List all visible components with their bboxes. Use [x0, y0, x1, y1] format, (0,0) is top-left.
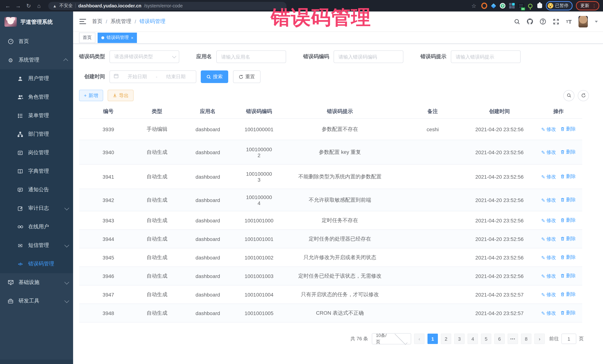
reload-icon[interactable]: ↻	[24, 0, 33, 11]
page-ellipsis[interactable]: ●●●	[508, 334, 518, 344]
next-page-button[interactable]: ›	[534, 334, 545, 344]
page-size-select[interactable]: 10条/页	[372, 333, 411, 344]
tag-home[interactable]: 首页	[79, 33, 95, 43]
paused-badge[interactable]: 已暂停	[546, 1, 573, 10]
tampermonkey-icon[interactable]: on	[518, 3, 524, 9]
sidebar-item-dict-management[interactable]: 字典管理	[0, 162, 73, 180]
extension-icon-blue-gem[interactable]	[491, 3, 497, 9]
extension-icon-orange-ring[interactable]	[481, 3, 487, 9]
delete-link[interactable]: 删除	[560, 173, 576, 180]
edit-link[interactable]: ✎修改	[541, 174, 556, 180]
sidebar-item-user-management[interactable]: 用户管理	[0, 69, 73, 88]
browser-menu-icon[interactable]: ⋮	[592, 4, 596, 8]
sidebar-item-menu-management[interactable]: 菜单管理	[0, 106, 73, 125]
delete-link[interactable]: 删除	[560, 235, 576, 242]
browser-update-button[interactable]: 更新 ⋮	[576, 1, 599, 10]
edit-link[interactable]: ✎修改	[541, 273, 556, 280]
sidebar-item-home[interactable]: 首页	[0, 32, 73, 51]
sidebar-item-dev-tools[interactable]: 研发工具	[0, 292, 73, 310]
cell-hint: 参数配置 key 重复	[279, 140, 401, 164]
prev-page-button[interactable]: ‹	[414, 334, 425, 344]
home-icon[interactable]: ⌂	[35, 0, 43, 11]
page-button-1[interactable]: 1	[428, 334, 438, 344]
extension-icon-key[interactable]	[527, 3, 533, 9]
page-button-2[interactable]: 2	[441, 334, 451, 344]
cell-code: 1001001002	[239, 248, 279, 267]
delete-link[interactable]: 删除	[560, 217, 576, 223]
vue-devtools-icon[interactable]: V	[500, 3, 505, 9]
cell-time: 2021-04-20 23:52:56	[464, 211, 535, 230]
sidebar-item-error-code-management[interactable]: </>错误码管理	[0, 255, 73, 273]
sidebar-item-label: 角色管理	[28, 94, 49, 100]
app-logo-row[interactable]: 芋道管理系统	[0, 11, 73, 32]
sidebar-item-label: 短信管理	[28, 242, 49, 249]
header-app: 应用名	[176, 105, 239, 118]
delete-link[interactable]: 删除	[560, 126, 576, 132]
breadcrumb-home[interactable]: 首页	[92, 18, 103, 25]
edit-link[interactable]: ✎修改	[541, 254, 556, 261]
sidebar-item-post-management[interactable]: 岗位管理	[0, 143, 73, 162]
sidebar-item-audit-log[interactable]: 审计日志	[0, 199, 73, 218]
error-hint-input[interactable]	[451, 50, 521, 63]
hamburger-icon[interactable]	[79, 19, 86, 24]
bookmark-star-icon[interactable]: ☆	[470, 0, 478, 11]
delete-link[interactable]: 删除	[560, 254, 576, 261]
date-range-picker[interactable]: 开始日期 - 结束日期	[109, 70, 196, 83]
cell-hint: CRON 表达式不正确	[279, 304, 401, 322]
edit-link[interactable]: ✎修改	[541, 310, 556, 317]
close-icon[interactable]: ×	[131, 35, 133, 40]
page-button-5[interactable]: 5	[481, 334, 491, 344]
address-bar[interactable]: ▲ 不安全 dashboard.yudao.iocoder.cn/system/…	[48, 2, 287, 10]
error-type-select[interactable]: 请选择错误码类型	[109, 50, 179, 63]
edit-link[interactable]: ✎修改	[541, 236, 556, 243]
delete-link[interactable]: 删除	[560, 272, 576, 279]
edit-link[interactable]: ✎修改	[541, 217, 556, 224]
error-code-input[interactable]	[334, 50, 403, 63]
refresh-button[interactable]	[578, 90, 589, 101]
page-button-4[interactable]: 4	[468, 334, 478, 344]
delete-link[interactable]: 删除	[560, 197, 576, 203]
user-avatar[interactable]	[579, 16, 588, 27]
page-button-3[interactable]: 3	[454, 334, 464, 344]
delete-link[interactable]: 删除	[560, 291, 576, 298]
page-button-8[interactable]: 8	[521, 334, 531, 344]
chevron-down-icon[interactable]	[595, 21, 598, 22]
extensions-puzzle-icon[interactable]	[537, 3, 543, 9]
edit-link[interactable]: ✎修改	[541, 149, 556, 156]
reset-button[interactable]: 重置	[233, 70, 260, 83]
delete-link[interactable]: 删除	[560, 309, 576, 316]
github-icon[interactable]	[527, 18, 533, 25]
delete-link[interactable]: 删除	[560, 149, 576, 155]
edit-link[interactable]: ✎修改	[541, 126, 556, 133]
goto-page-input[interactable]	[561, 334, 576, 344]
help-icon[interactable]	[540, 18, 546, 25]
dashboard-icon	[7, 38, 14, 45]
page-button-6[interactable]: 6	[494, 334, 505, 344]
font-size-icon[interactable]: TT	[566, 18, 572, 25]
back-icon[interactable]: ←	[4, 0, 12, 11]
breadcrumb-current: 错误码管理	[139, 18, 165, 25]
fullscreen-icon[interactable]	[553, 18, 559, 25]
sidebar-item-notice[interactable]: 通知公告	[0, 180, 73, 199]
tag-error-code[interactable]: 错误码管理 ×	[98, 33, 137, 43]
edit-link[interactable]: ✎修改	[541, 292, 556, 298]
sidebar-item-infrastructure[interactable]: 基础设施	[0, 273, 73, 292]
add-button[interactable]: + 新增	[79, 90, 103, 101]
search-button[interactable]: 搜索	[201, 70, 228, 83]
sidebar-item-dept-management[interactable]: 部门管理	[0, 125, 73, 143]
search-icon[interactable]	[514, 18, 520, 25]
sidebar: 芋道管理系统 首页⚙系统管理用户管理角色管理菜单管理部门管理岗位管理字典管理通知…	[0, 11, 73, 364]
gear-icon: ⚙	[7, 57, 14, 63]
edit-link[interactable]: ✎修改	[541, 197, 556, 204]
sidebar-item-sms-management[interactable]: ✉短信管理	[0, 236, 73, 255]
breadcrumb-system[interactable]: 系统管理	[111, 18, 131, 25]
app-name-input[interactable]	[216, 50, 286, 63]
sidebar-item-role-management[interactable]: 角色管理	[0, 88, 73, 106]
extension-icon-grid[interactable]	[509, 3, 515, 9]
forward-icon[interactable]: →	[14, 0, 22, 11]
cell-actions: ✎修改删除	[535, 248, 582, 267]
sidebar-item-online-users[interactable]: 在线用户	[0, 218, 73, 236]
toggle-search-button[interactable]	[563, 90, 574, 101]
sidebar-item-system-management[interactable]: ⚙系统管理	[0, 51, 73, 69]
export-button[interactable]: 导出	[107, 90, 133, 101]
